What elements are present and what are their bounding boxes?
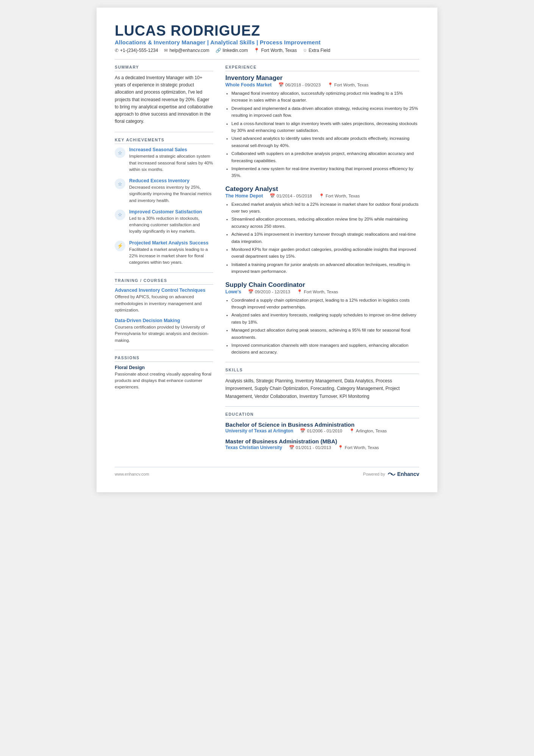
- bullet-1-0: Executed market analysis which led to a …: [231, 201, 419, 215]
- education-section: EDUCATION Bachelor of Science in Busines…: [225, 412, 419, 450]
- training-item-0: Advanced Inventory Control Techniques Of…: [115, 288, 213, 313]
- achievement-icon-star-0: ☆: [115, 147, 125, 158]
- edu-dates-0: 📅 01/2006 - 01/2010: [300, 428, 342, 434]
- edu-degree-1: Master of Business Administration (MBA): [225, 438, 419, 445]
- skills-divider: [225, 362, 419, 362]
- edu-dates-1: 📅 01/2011 - 01/2013: [289, 445, 331, 450]
- extra-contact: ☆ Extra Field: [303, 48, 330, 53]
- edu-school-1: Texas Christian University: [225, 445, 282, 450]
- phone-icon: ✆: [115, 48, 119, 53]
- email-contact: ✉ help@enhancv.com: [164, 48, 209, 53]
- job-bullets-0: Managed floral inventory allocation, suc…: [225, 90, 419, 179]
- linkedin-value: linkedin.com: [223, 48, 248, 53]
- bullet-0-5: Implemented a new system for real-time i…: [231, 165, 419, 179]
- phone-value: +1-(234)-555-1234: [120, 48, 158, 53]
- powered-by-label: Powered by: [363, 472, 385, 476]
- job-meta-1: The Home Depot 📅 01/2014 - 05/2018 📍 For…: [225, 193, 419, 199]
- email-icon: ✉: [164, 48, 168, 53]
- skills-section: SKILLS Analysis skills, Strategic Planni…: [225, 368, 419, 400]
- bullet-1-2: Achieved a 10% improvement in inventory …: [231, 231, 419, 245]
- training-title-1: Data-Driven Decision Making: [115, 318, 213, 323]
- star-icon: ☆: [303, 48, 307, 53]
- achievement-icon-bolt-3: ⚡: [115, 241, 125, 251]
- achievements-list: ☆ Increased Seasonal Sales Implemented a…: [115, 147, 213, 266]
- achievement-desc-1: Decreased excess inventory by 25%, signi…: [129, 184, 213, 204]
- job-2: Supply Chain Coordinator Lowe's 📅 09/201…: [225, 281, 419, 356]
- calendar-icon-1: 📅: [270, 193, 275, 199]
- location-icon: 📍: [254, 48, 259, 53]
- achievement-content-1: Reduced Excess Inventory Decreased exces…: [129, 178, 213, 204]
- training-label: TRAINING / COURSES: [115, 278, 213, 285]
- bullet-0-1: Developed and implemented a data-driven …: [231, 105, 419, 119]
- achievement-item-1: ☆ Reduced Excess Inventory Decreased exc…: [115, 178, 213, 204]
- job-bullets-2: Coordinated a supply chain optimization …: [225, 297, 419, 356]
- achievement-desc-2: Led to a 30% reduction in stockouts, enh…: [129, 215, 213, 235]
- summary-divider: [115, 132, 213, 132]
- achievement-title-1: Reduced Excess Inventory: [129, 178, 213, 183]
- passion-desc-0: Passionate about creating visually appea…: [115, 371, 213, 391]
- header-divider: [115, 59, 419, 59]
- location-value: Fort Worth, Texas: [261, 48, 297, 53]
- job-meta-2: Lowe's 📅 09/2010 - 12/2013 📍 Fort Worth,…: [225, 289, 419, 294]
- achievements-label: KEY ACHIEVEMENTS: [115, 138, 213, 144]
- edu-meta-0: University of Texas at Arlington 📅 01/20…: [225, 428, 419, 434]
- job-location-1: 📍 Fort Worth, Texas: [319, 193, 360, 199]
- job-0: Inventory Manager Whole Foods Market 📅 0…: [225, 74, 419, 179]
- job-1: Category Analyst The Home Depot 📅 01/201…: [225, 185, 419, 275]
- experience-label: EXPERIENCE: [225, 65, 419, 71]
- achievement-icon-star-2: ☆: [115, 210, 125, 220]
- achievement-icon-star-1: ☆: [115, 178, 125, 189]
- edu-meta-1: Texas Christian University 📅 01/2011 - 0…: [225, 445, 419, 450]
- linkedin-contact: 🔗 linkedin.com: [215, 48, 248, 53]
- achievement-title-2: Improved Customer Satisfaction: [129, 209, 213, 214]
- pin-icon-2: 📍: [297, 289, 302, 294]
- achievements-divider: [115, 272, 213, 273]
- bullet-2-2: Managed product allocation during peak s…: [231, 327, 419, 341]
- enhancv-logo-icon: [387, 471, 396, 477]
- bullet-2-1: Analyzed sales and inventory forecasts, …: [231, 311, 419, 326]
- training-section: TRAINING / COURSES Advanced Inventory Co…: [115, 278, 213, 344]
- bullet-2-0: Coordinated a supply chain optimization …: [231, 297, 419, 311]
- candidate-name: LUCAS RODRIGUEZ: [115, 23, 419, 39]
- job-dates-2: 📅 09/2010 - 12/2013: [248, 289, 290, 294]
- pin-icon-edu-0: 📍: [349, 428, 354, 434]
- achievement-content-2: Improved Customer Satisfaction Led to a …: [129, 209, 213, 235]
- job-title-0: Inventory Manager: [225, 74, 419, 82]
- education-label: EDUCATION: [225, 412, 419, 418]
- training-divider: [115, 350, 213, 350]
- summary-section: SUMMARY As a dedicated Inventory Manager…: [115, 65, 213, 125]
- achievement-title-3: Projected Market Analysis Success: [129, 240, 213, 246]
- body-columns: SUMMARY As a dedicated Inventory Manager…: [115, 65, 419, 456]
- header: LUCAS RODRIGUEZ Allocations & Inventory …: [115, 23, 419, 53]
- edu-divider: [225, 406, 419, 407]
- calendar-icon-2: 📅: [248, 289, 253, 294]
- bullet-2-3: Improved communication channels with sto…: [231, 342, 419, 356]
- svg-point-0: [391, 473, 392, 475]
- job-location-0: 📍 Fort Worth, Texas: [328, 82, 368, 88]
- pin-icon-1: 📍: [319, 193, 324, 199]
- summary-text: As a dedicated Inventory Manager with 10…: [115, 74, 213, 125]
- achievement-item-0: ☆ Increased Seasonal Sales Implemented a…: [115, 147, 213, 173]
- page-footer: www.enhancv.com Powered by Enhancv: [115, 467, 419, 477]
- employer-0: Whole Foods Market: [225, 82, 272, 88]
- achievement-desc-3: Facilitated a market analysis leading to…: [129, 246, 213, 266]
- training-desc-1: Coursera certification provided by Unive…: [115, 324, 213, 344]
- location-contact: 📍 Fort Worth, Texas: [254, 48, 297, 53]
- employer-1: The Home Depot: [225, 193, 263, 199]
- job-meta-0: Whole Foods Market 📅 06/2018 - 09/2023 📍…: [225, 82, 419, 88]
- extra-value: Extra Field: [309, 48, 330, 53]
- left-column: SUMMARY As a dedicated Inventory Manager…: [115, 65, 213, 456]
- edu-location-0: 📍 Arlington, Texas: [349, 428, 387, 434]
- employer-2: Lowe's: [225, 289, 241, 294]
- passions-section: PASSIONS Floral Design Passionate about …: [115, 355, 213, 391]
- pin-icon-0: 📍: [328, 82, 333, 88]
- bullet-1-1: Streamlined allocation processes, reduci…: [231, 216, 419, 230]
- job-title-1: Category Analyst: [225, 185, 419, 193]
- link-icon: 🔗: [215, 48, 221, 53]
- cal-icon-edu-0: 📅: [300, 428, 305, 434]
- training-title-0: Advanced Inventory Control Techniques: [115, 288, 213, 293]
- footer-powered: Powered by Enhancv: [363, 471, 419, 477]
- contact-row: ✆ +1-(234)-555-1234 ✉ help@enhancv.com 🔗…: [115, 48, 419, 53]
- achievement-item-3: ⚡ Projected Market Analysis Success Faci…: [115, 240, 213, 266]
- enhancv-logo: Enhancv: [387, 471, 419, 477]
